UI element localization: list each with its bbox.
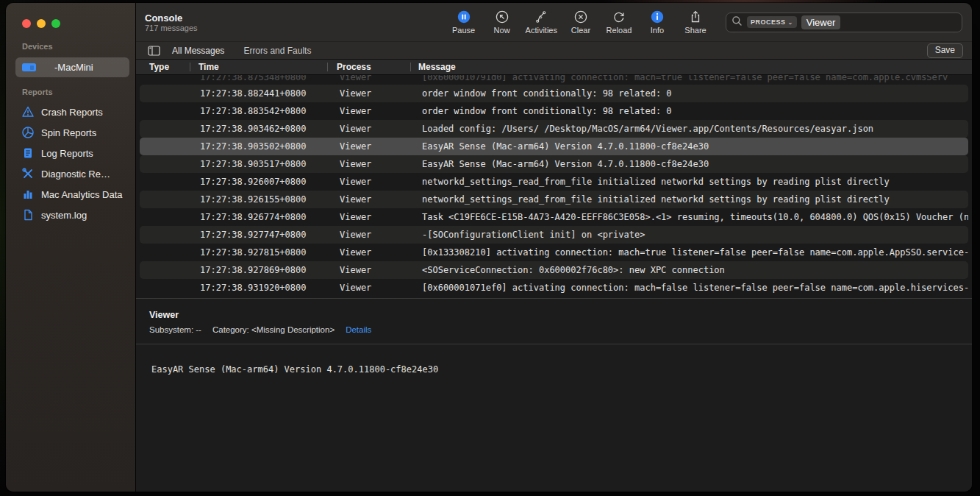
- table-row[interactable]: 17:27:38.926774+0800ViewerTask <C19FE6CE…: [140, 208, 968, 226]
- cell-time: 17:27:38.926774+0800: [193, 212, 331, 222]
- sidebar-item-diagnostic-reports[interactable]: Diagnostic Re…: [6, 163, 135, 184]
- message-count: 717 messages: [145, 24, 198, 33]
- warning-triangle-icon: [21, 105, 35, 118]
- reload-button[interactable]: Reload: [602, 10, 636, 35]
- table-row[interactable]: 17:27:38.926007+0800Viewernetworkd_setti…: [140, 173, 968, 191]
- cell-message: [0x600001071ef0] activating connection: …: [414, 283, 968, 293]
- cell-process: Viewer: [331, 265, 414, 275]
- cell-process: Viewer: [331, 230, 414, 240]
- filter-bar: All Messages Errors and Faults Save: [136, 41, 972, 60]
- column-header-time[interactable]: Time: [190, 60, 327, 74]
- table-row[interactable]: 17:27:38.926155+0800Viewernetworkd_setti…: [140, 191, 968, 208]
- column-header-type[interactable]: Type: [136, 60, 190, 74]
- cell-process: Viewer: [331, 159, 414, 169]
- document-icon: [21, 208, 35, 222]
- sidebar-item-label: Log Reports: [41, 148, 93, 159]
- cell-process: Viewer: [331, 247, 414, 258]
- cell-message: networkd_settings_read_from_file initial…: [414, 177, 968, 187]
- details-link[interactable]: Details: [346, 325, 371, 334]
- table-row[interactable]: 17:27:38.883542+0800Viewerorder window f…: [140, 102, 968, 120]
- aperture-icon: [21, 126, 35, 139]
- table-row[interactable]: 17:27:38.903502+0800ViewerEasyAR Sense (…: [140, 138, 968, 155]
- cell-message: EasyAR Sense (Mac-arm64) Version 4.7.0.1…: [414, 141, 968, 152]
- cell-message: networkd_settings_read_from_file initial…: [414, 194, 968, 205]
- clear-button[interactable]: Clear: [564, 10, 598, 35]
- table-row[interactable]: 17:27:38.931920+0800Viewer[0x600001071ef…: [140, 279, 968, 297]
- table-row[interactable]: 17:27:38.927869+0800Viewer<SOServiceConn…: [140, 261, 968, 279]
- toolbar: Console 717 messages Pause Now Activitie…: [136, 3, 972, 41]
- cell-process: Viewer: [331, 212, 414, 222]
- cell-process: Viewer: [331, 194, 414, 205]
- toolbar-buttons: Pause Now Activities Clear Reload: [447, 10, 712, 35]
- cell-message: order window front conditionally: 98 rel…: [414, 106, 968, 116]
- sidebar-item-log-reports[interactable]: Log Reports: [6, 143, 135, 163]
- info-button[interactable]: Info: [640, 10, 674, 35]
- now-button[interactable]: Now: [485, 10, 519, 35]
- search-input[interactable]: Viewer: [801, 15, 841, 29]
- arrow-up-left-circle-icon: [495, 10, 509, 24]
- cell-process: Viewer: [331, 177, 414, 187]
- detail-subsystem: Subsystem: --: [149, 325, 201, 334]
- cell-process: Viewer: [331, 141, 414, 152]
- mac-mini-icon: [22, 63, 36, 71]
- sidebar-item-label: Mac Analytics Data: [41, 189, 123, 200]
- share-button[interactable]: Share: [679, 10, 712, 35]
- cell-time: 17:27:38.903517+0800: [193, 159, 331, 169]
- table-row[interactable]: 17:27:38.927815+0800Viewer[0x133308210] …: [140, 244, 968, 261]
- search-filter-token[interactable]: PROCESS ⌄: [747, 16, 797, 28]
- cell-message: [0x6000010791d0] activating connection: …: [414, 75, 968, 85]
- table-row[interactable]: 17:27:38.927747+0800Viewer-[SOConfigurat…: [140, 226, 968, 244]
- sidebar-item-system-log[interactable]: system.log: [6, 205, 135, 225]
- save-button[interactable]: Save: [927, 43, 963, 58]
- activities-button[interactable]: Activities: [523, 10, 559, 35]
- cell-time: 17:27:38.926007+0800: [193, 177, 331, 187]
- table-row[interactable]: 17:27:38.882441+0800Viewerorder window f…: [140, 85, 968, 102]
- cell-process: Viewer: [331, 88, 414, 99]
- document-lines-icon: [21, 146, 35, 160]
- x-circle-icon: [573, 10, 588, 24]
- table-row[interactable]: 17:27:38.903517+0800ViewerEasyAR Sense (…: [140, 155, 968, 173]
- detail-message: EasyAR Sense (Mac-arm64) Version 4.7.0.1…: [149, 364, 960, 375]
- devices-section-label: Devices: [22, 42, 53, 51]
- cell-message: <SOServiceConnection: 0x600002f76c80>: n…: [414, 265, 968, 275]
- sidebar-toggle-button[interactable]: [148, 46, 160, 56]
- clipped-table-row: 17:27:38.875348+0800 Viewer [0x600001079…: [140, 75, 968, 85]
- sidebar-item-mac-analytics-data[interactable]: Mac Analytics Data: [6, 184, 135, 205]
- search-field[interactable]: PROCESS ⌄ Viewer: [726, 13, 962, 32]
- route-icon: [534, 10, 548, 24]
- cell-message: Loaded config: /Users/ /Desktop/MacOS/ar…: [414, 124, 968, 134]
- sidebar-item-macmini[interactable]: -MacMini: [15, 57, 129, 77]
- detail-process-title: Viewer: [149, 310, 960, 320]
- pause-button[interactable]: Pause: [447, 10, 481, 35]
- cell-time: 17:27:38.883542+0800: [193, 106, 331, 116]
- detail-divider: [136, 344, 972, 344]
- reports-section-label: Reports: [22, 88, 53, 96]
- cell-time: 17:27:38.903502+0800: [193, 141, 331, 152]
- cell-message: Task <C19FE6CE-E15B-4A73-A420-EEFF86C3E0…: [414, 212, 968, 222]
- column-header-message[interactable]: Message: [410, 60, 972, 74]
- sidebar-item-label: Crash Reports: [41, 107, 103, 118]
- close-window-button[interactable]: [22, 19, 31, 28]
- sidebar-item-crash-reports[interactable]: Crash Reports: [6, 102, 135, 122]
- table-header: Type Time Process Message: [136, 60, 972, 75]
- column-header-process[interactable]: Process: [327, 60, 410, 74]
- table-row[interactable]: 17:27:38.903462+0800ViewerLoaded config:…: [140, 120, 968, 138]
- zoom-window-button[interactable]: [51, 19, 60, 28]
- cell-time: 17:27:38.927869+0800: [193, 265, 331, 275]
- cell-time: 17:27:38.882441+0800: [193, 88, 331, 99]
- tab-all-messages[interactable]: All Messages: [172, 46, 224, 56]
- window-title: Console: [145, 13, 198, 24]
- cell-type: [140, 75, 193, 85]
- cell-time: 17:27:38.903462+0800: [193, 124, 331, 134]
- cell-message: EasyAR Sense (Mac-arm64) Version 4.7.0.1…: [414, 159, 968, 169]
- pause-circle-icon: [457, 10, 471, 24]
- tab-errors-and-faults[interactable]: Errors and Faults: [243, 46, 311, 56]
- crossed-tools-icon: [21, 167, 35, 180]
- chevron-down-icon: ⌄: [788, 19, 793, 26]
- cell-message: [0x133308210] activating connection: mac…: [414, 247, 968, 258]
- bar-chart-icon: [21, 188, 35, 201]
- device-label: -MacMini: [54, 62, 93, 73]
- minimize-window-button[interactable]: [37, 19, 46, 28]
- detail-category: Category: <Missing Description>: [212, 325, 335, 334]
- sidebar-item-spin-reports[interactable]: Spin Reports: [6, 122, 135, 143]
